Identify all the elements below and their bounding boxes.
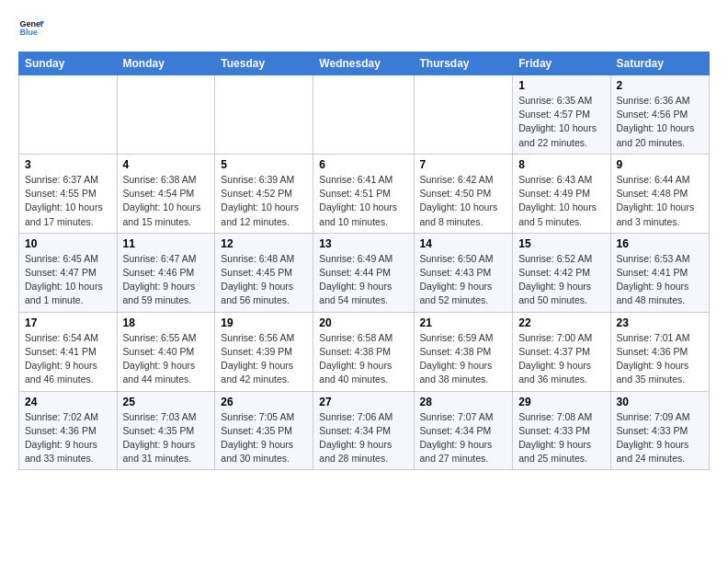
svg-text:General: General <box>19 19 44 29</box>
calendar-cell: 16Sunrise: 6:53 AM Sunset: 4:41 PM Dayli… <box>610 233 709 312</box>
day-number: 22 <box>518 316 604 329</box>
day-number: 7 <box>420 158 507 171</box>
calendar-cell: 26Sunrise: 7:05 AM Sunset: 4:35 PM Dayli… <box>215 391 313 470</box>
calendar-cell: 7Sunrise: 6:42 AM Sunset: 4:50 PM Daylig… <box>414 154 513 233</box>
day-number: 4 <box>123 158 210 171</box>
day-number: 16 <box>617 237 703 250</box>
svg-text:Blue: Blue <box>19 28 38 37</box>
calendar-cell <box>117 75 215 155</box>
day-number: 21 <box>420 316 507 329</box>
day-info: Sunrise: 7:06 AM Sunset: 4:34 PM Dayligh… <box>319 410 407 466</box>
day-info: Sunrise: 7:07 AM Sunset: 4:34 PM Dayligh… <box>420 410 507 466</box>
calendar-cell: 14Sunrise: 6:50 AM Sunset: 4:43 PM Dayli… <box>414 233 513 312</box>
day-number: 2 <box>617 79 703 92</box>
day-number: 5 <box>221 158 307 171</box>
calendar-cell <box>313 75 414 155</box>
day-number: 20 <box>319 316 407 329</box>
day-info: Sunrise: 6:37 AM Sunset: 4:55 PM Dayligh… <box>25 173 111 229</box>
day-info: Sunrise: 6:36 AM Sunset: 4:56 PM Dayligh… <box>617 94 703 150</box>
day-number: 18 <box>123 316 210 329</box>
day-number: 8 <box>518 158 604 171</box>
day-info: Sunrise: 6:41 AM Sunset: 4:51 PM Dayligh… <box>319 173 407 229</box>
day-info: Sunrise: 6:53 AM Sunset: 4:41 PM Dayligh… <box>617 252 703 308</box>
calendar-cell: 30Sunrise: 7:09 AM Sunset: 4:33 PM Dayli… <box>610 391 709 470</box>
calendar-cell: 17Sunrise: 6:54 AM Sunset: 4:41 PM Dayli… <box>19 312 118 391</box>
day-info: Sunrise: 7:08 AM Sunset: 4:33 PM Dayligh… <box>518 410 604 466</box>
weekday-header-saturday: Saturday <box>610 52 709 75</box>
day-info: Sunrise: 6:44 AM Sunset: 4:48 PM Dayligh… <box>617 173 703 229</box>
calendar-cell: 6Sunrise: 6:41 AM Sunset: 4:51 PM Daylig… <box>313 154 414 233</box>
calendar-cell: 21Sunrise: 6:59 AM Sunset: 4:38 PM Dayli… <box>414 312 513 391</box>
day-info: Sunrise: 6:35 AM Sunset: 4:57 PM Dayligh… <box>518 94 604 150</box>
calendar-cell: 12Sunrise: 6:48 AM Sunset: 4:45 PM Dayli… <box>215 233 313 312</box>
calendar-cell: 29Sunrise: 7:08 AM Sunset: 4:33 PM Dayli… <box>513 391 610 470</box>
day-info: Sunrise: 6:43 AM Sunset: 4:49 PM Dayligh… <box>518 173 604 229</box>
calendar-cell: 27Sunrise: 7:06 AM Sunset: 4:34 PM Dayli… <box>313 391 414 470</box>
calendar-cell: 5Sunrise: 6:39 AM Sunset: 4:52 PM Daylig… <box>215 154 313 233</box>
day-number: 26 <box>221 396 307 408</box>
calendar-cell: 25Sunrise: 7:03 AM Sunset: 4:35 PM Dayli… <box>117 391 215 470</box>
calendar-cell: 22Sunrise: 7:00 AM Sunset: 4:37 PM Dayli… <box>513 312 610 391</box>
day-info: Sunrise: 7:05 AM Sunset: 4:35 PM Dayligh… <box>221 410 307 466</box>
day-info: Sunrise: 7:00 AM Sunset: 4:37 PM Dayligh… <box>518 331 604 387</box>
day-number: 17 <box>25 316 111 329</box>
day-info: Sunrise: 6:49 AM Sunset: 4:44 PM Dayligh… <box>319 252 407 308</box>
weekday-header-tuesday: Tuesday <box>215 52 313 75</box>
day-info: Sunrise: 7:03 AM Sunset: 4:35 PM Dayligh… <box>123 410 210 466</box>
header: General Blue <box>18 15 710 40</box>
calendar-cell: 9Sunrise: 6:44 AM Sunset: 4:48 PM Daylig… <box>610 154 709 233</box>
calendar-cell: 28Sunrise: 7:07 AM Sunset: 4:34 PM Dayli… <box>414 391 513 470</box>
calendar-cell: 8Sunrise: 6:43 AM Sunset: 4:49 PM Daylig… <box>513 154 610 233</box>
day-info: Sunrise: 6:58 AM Sunset: 4:38 PM Dayligh… <box>319 331 407 387</box>
weekday-header-row: SundayMondayTuesdayWednesdayThursdayFrid… <box>19 52 710 75</box>
day-info: Sunrise: 6:52 AM Sunset: 4:42 PM Dayligh… <box>518 252 604 308</box>
calendar-cell <box>215 75 313 155</box>
day-info: Sunrise: 6:59 AM Sunset: 4:38 PM Dayligh… <box>420 331 507 387</box>
day-number: 3 <box>25 158 111 171</box>
day-info: Sunrise: 7:02 AM Sunset: 4:36 PM Dayligh… <box>25 410 111 466</box>
calendar-table: SundayMondayTuesdayWednesdayThursdayFrid… <box>18 52 710 470</box>
calendar-page: General Blue SundayMondayTuesdayWednesda… <box>0 0 728 485</box>
logo-icon: General Blue <box>18 15 44 40</box>
calendar-cell: 19Sunrise: 6:56 AM Sunset: 4:39 PM Dayli… <box>215 312 313 391</box>
calendar-cell: 4Sunrise: 6:38 AM Sunset: 4:54 PM Daylig… <box>117 154 215 233</box>
day-info: Sunrise: 7:01 AM Sunset: 4:36 PM Dayligh… <box>617 331 703 387</box>
day-number: 9 <box>617 158 703 171</box>
day-number: 10 <box>25 237 111 250</box>
day-number: 1 <box>518 79 604 92</box>
calendar-cell <box>414 75 513 155</box>
day-number: 19 <box>221 316 307 329</box>
day-number: 13 <box>319 237 407 250</box>
weekday-header-monday: Monday <box>117 52 215 75</box>
calendar-cell <box>19 75 118 155</box>
day-number: 24 <box>25 396 111 408</box>
day-info: Sunrise: 7:09 AM Sunset: 4:33 PM Dayligh… <box>617 410 703 466</box>
day-number: 23 <box>617 316 703 329</box>
day-number: 25 <box>123 396 210 408</box>
weekday-header-thursday: Thursday <box>414 52 513 75</box>
calendar-cell: 3Sunrise: 6:37 AM Sunset: 4:55 PM Daylig… <box>19 154 118 233</box>
day-number: 11 <box>123 237 210 250</box>
calendar-week-row: 3Sunrise: 6:37 AM Sunset: 4:55 PM Daylig… <box>19 154 710 233</box>
calendar-cell: 15Sunrise: 6:52 AM Sunset: 4:42 PM Dayli… <box>513 233 610 312</box>
weekday-header-sunday: Sunday <box>19 52 118 75</box>
day-number: 28 <box>420 396 507 408</box>
calendar-cell: 1Sunrise: 6:35 AM Sunset: 4:57 PM Daylig… <box>513 75 610 155</box>
calendar-cell: 18Sunrise: 6:55 AM Sunset: 4:40 PM Dayli… <box>117 312 215 391</box>
day-info: Sunrise: 6:39 AM Sunset: 4:52 PM Dayligh… <box>221 173 307 229</box>
calendar-cell: 2Sunrise: 6:36 AM Sunset: 4:56 PM Daylig… <box>610 75 709 155</box>
day-info: Sunrise: 6:38 AM Sunset: 4:54 PM Dayligh… <box>123 173 210 229</box>
day-info: Sunrise: 6:48 AM Sunset: 4:45 PM Dayligh… <box>221 252 307 308</box>
day-number: 29 <box>518 396 604 408</box>
logo: General Blue <box>18 15 44 40</box>
calendar-cell: 20Sunrise: 6:58 AM Sunset: 4:38 PM Dayli… <box>313 312 414 391</box>
calendar-cell: 23Sunrise: 7:01 AM Sunset: 4:36 PM Dayli… <box>610 312 709 391</box>
calendar-week-row: 10Sunrise: 6:45 AM Sunset: 4:47 PM Dayli… <box>19 233 710 312</box>
calendar-week-row: 24Sunrise: 7:02 AM Sunset: 4:36 PM Dayli… <box>19 391 710 470</box>
day-info: Sunrise: 6:54 AM Sunset: 4:41 PM Dayligh… <box>25 331 111 387</box>
calendar-cell: 13Sunrise: 6:49 AM Sunset: 4:44 PM Dayli… <box>313 233 414 312</box>
day-number: 12 <box>221 237 307 250</box>
weekday-header-friday: Friday <box>513 52 610 75</box>
day-info: Sunrise: 6:56 AM Sunset: 4:39 PM Dayligh… <box>221 331 307 387</box>
calendar-cell: 10Sunrise: 6:45 AM Sunset: 4:47 PM Dayli… <box>19 233 118 312</box>
